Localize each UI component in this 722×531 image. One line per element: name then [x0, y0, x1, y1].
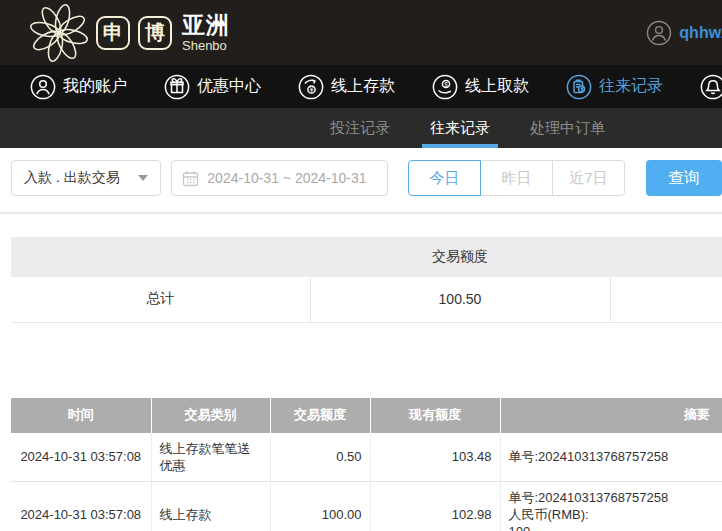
nav-item-label: 我的账户	[63, 76, 127, 97]
search-button[interactable]: 查询	[646, 160, 722, 196]
summary-header-empty	[11, 237, 310, 277]
transactions-header-row: 时间 交易类别 交易额度 现有额度 摘要	[11, 398, 722, 433]
main-navigation: 我的账户 优惠中心 ¥ 线上存款 $ 线上取款	[0, 65, 722, 108]
summary-table: 交易额度 总计 100.50	[11, 237, 722, 323]
last-7-days-button[interactable]: 近7日	[552, 160, 625, 196]
nav-item-my-account[interactable]: 我的账户	[30, 74, 127, 100]
col-header-type: 交易类别	[151, 398, 270, 433]
cell-time: 2024-10-31 03:57:08	[11, 481, 151, 531]
yesterday-button[interactable]: 昨日	[480, 160, 553, 196]
brand-char-box: 博	[138, 16, 172, 50]
deposit-icon: ¥	[298, 74, 324, 100]
brand-region-text: 亚洲	[182, 14, 230, 37]
tab-betting-records[interactable]: 投注记录	[322, 108, 398, 148]
brand-logo[interactable]: 申 博 亚洲 Shenbo	[30, 4, 230, 62]
summary-header-amount: 交易额度	[310, 237, 610, 277]
username-text[interactable]: qhhw2	[679, 24, 722, 42]
cell-balance: 102.98	[370, 481, 500, 531]
col-header-amount: 交易额度	[270, 398, 370, 433]
nav-item-label: 线上取款	[465, 76, 529, 97]
summary-total-row: 总计 100.50	[11, 277, 722, 322]
cell-time: 2024-10-31 03:57:08	[11, 433, 151, 482]
col-header-balance: 现有额度	[370, 398, 500, 433]
cell-summary: 单号:202410313768757258	[500, 433, 722, 482]
avatar-icon	[646, 20, 672, 46]
table-row: 2024-10-31 03:57:08 线上存款笔笔送优惠 0.50 103.4…	[11, 433, 722, 482]
user-account-area[interactable]: qhhw2	[646, 0, 722, 65]
nav-item-label: 往来记录	[599, 76, 663, 97]
transaction-type-select[interactable]: 入款 . 出款交易	[11, 160, 161, 196]
cell-summary: 单号:202410313768757258 人民币(RMB): 100	[500, 481, 722, 531]
cell-amount: 0.50	[270, 433, 370, 482]
brand-char-box: 申	[96, 16, 130, 50]
transaction-type-value: 入款 . 出款交易	[24, 169, 120, 187]
table-row: 2024-10-31 03:57:08 线上存款 100.00 102.98 单…	[11, 481, 722, 531]
nav-item-online-withdrawal[interactable]: $ 线上取款	[432, 74, 529, 100]
records-icon	[566, 74, 592, 100]
date-range-input[interactable]: 2024-10-31 ~ 2024-10-31	[171, 160, 388, 196]
summary-total-label: 总计	[11, 277, 310, 322]
records-subnav: 投注记录 往来记录 处理中订单	[0, 108, 722, 148]
summary-header-row: 交易额度	[11, 237, 722, 277]
gift-icon	[164, 74, 190, 100]
transactions-table: 时间 交易类别 交易额度 现有额度 摘要 2024-10-31 03:57:08…	[11, 398, 722, 531]
brand-latin-text: Shenbo	[182, 39, 230, 52]
nav-item-label: 优惠中心	[197, 76, 261, 97]
today-button[interactable]: 今日	[408, 160, 481, 196]
filter-bar: 入款 . 出款交易 2024-10-31 ~ 2024-10-31 今日 昨日 …	[11, 160, 722, 196]
nav-item-messages[interactable]: 信息	[700, 74, 722, 100]
calendar-icon	[182, 170, 199, 187]
user-icon	[30, 74, 56, 100]
withdraw-icon: $	[432, 74, 458, 100]
tab-transaction-records[interactable]: 往来记录	[422, 108, 498, 148]
cell-amount: 100.00	[270, 481, 370, 531]
nav-item-label: 线上存款	[331, 76, 395, 97]
chevron-down-icon	[138, 175, 148, 181]
nav-item-transaction-records[interactable]: 往来记录	[566, 74, 663, 100]
col-header-time: 时间	[11, 398, 151, 433]
svg-text:¥: ¥	[310, 86, 314, 93]
cell-type: 线上存款	[151, 481, 270, 531]
summary-total-value: 100.50	[310, 277, 610, 322]
bell-icon	[700, 74, 722, 100]
summary-header-empty	[610, 237, 722, 277]
nav-item-online-deposit[interactable]: ¥ 线上存款	[298, 74, 395, 100]
cell-balance: 103.48	[370, 433, 500, 482]
tab-pending-orders[interactable]: 处理中订单	[522, 108, 613, 148]
brand-header: 申 博 亚洲 Shenbo qhhw2	[0, 0, 722, 65]
date-range-value: 2024-10-31 ~ 2024-10-31	[207, 170, 366, 186]
svg-text:$: $	[444, 80, 448, 87]
col-header-summary: 摘要	[500, 398, 722, 433]
quick-date-group: 今日 昨日 近7日	[408, 160, 625, 196]
flower-logo-icon	[30, 4, 88, 62]
summary-empty-cell	[610, 277, 722, 322]
section-divider	[0, 212, 722, 214]
cell-type: 线上存款笔笔送优惠	[151, 433, 270, 482]
nav-item-promotions[interactable]: 优惠中心	[164, 74, 261, 100]
